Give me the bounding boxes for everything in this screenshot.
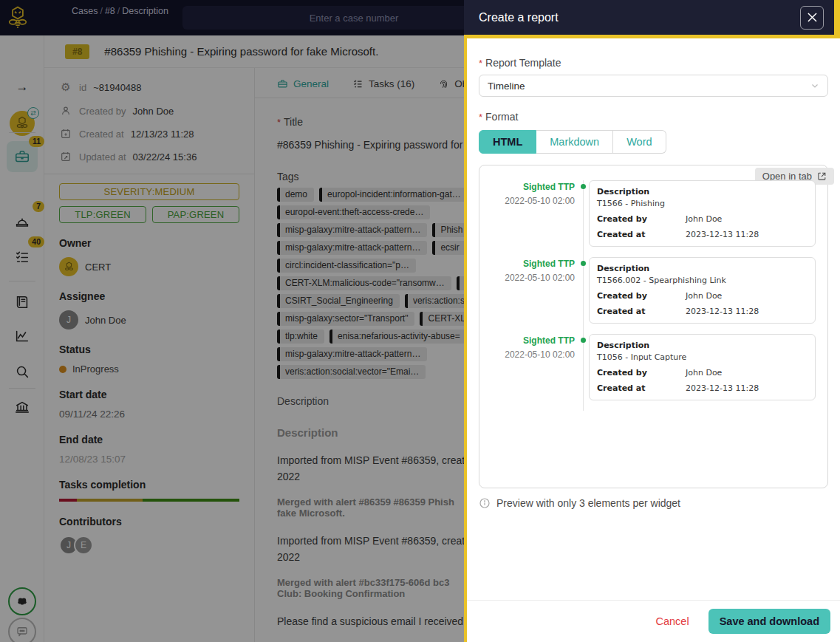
report-template-label: *Report Template — [479, 57, 828, 69]
timeline-entry-date: 2022-05-10 02:00 — [480, 273, 575, 283]
card-created-by-value: John Doe — [686, 368, 722, 378]
cancel-button[interactable]: Cancel — [656, 615, 689, 627]
card-created-at-label: Created at — [597, 230, 686, 239]
card-created-at-value: 2023-12-13 11:28 — [686, 230, 759, 239]
timeline-entry-card: DescriptionT1056 - Input CaptureCreated … — [589, 334, 816, 400]
drawer-header: Create a report — [464, 0, 834, 35]
card-created-at-row: Created at2023-12-13 11:28 — [597, 307, 807, 316]
drawer-title: Create a report — [479, 11, 559, 24]
timeline-entry-card-wrap: DescriptionT1566.002 - Spearphishing Lin… — [583, 257, 827, 334]
timeline-entry: Sighted TTP2022-05-10 02:00DescriptionT1… — [480, 257, 827, 334]
timeline-entry-date: 2022-05-10 02:00 — [480, 196, 575, 206]
format-html-button[interactable]: HTML — [479, 130, 536, 154]
format-label: *Format — [479, 111, 828, 123]
timeline-entry-card-wrap: DescriptionT1566 - PhishingCreated byJoh… — [583, 180, 827, 257]
card-created-at-label: Created at — [597, 307, 686, 316]
report-preview-panel: Open in tab Sighted TTP2022-05-10 02:00D… — [479, 165, 828, 488]
timeline-entry-card-wrap: DescriptionT1056 - Input CaptureCreated … — [583, 334, 827, 411]
timeline-list: Sighted TTP2022-05-10 02:00DescriptionT1… — [480, 180, 827, 411]
card-created-at-row: Created at2023-12-13 11:28 — [597, 230, 807, 239]
drawer-body: *Report Template Timeline *Format HTMLMa… — [467, 38, 840, 600]
timeline-entry-type: Sighted TTP — [480, 259, 575, 269]
format-word-button[interactable]: Word — [613, 130, 666, 154]
timeline-entry-date: 2022-05-10 02:00 — [480, 349, 575, 360]
timeline-entry-meta: Sighted TTP2022-05-10 02:00 — [480, 180, 583, 257]
card-created-by-label: Created by — [597, 291, 686, 301]
card-description-value: T1566.002 - Spearphishing Link — [597, 276, 807, 285]
card-created-at-row: Created at2023-12-13 11:28 — [597, 383, 807, 393]
timeline-entry-card: DescriptionT1566.002 - Spearphishing Lin… — [589, 257, 816, 324]
drawer-footer: Cancel Save and download — [467, 600, 840, 642]
card-created-by-label: Created by — [597, 214, 686, 224]
info-icon — [479, 497, 491, 509]
card-created-by-value: John Doe — [686, 291, 722, 301]
card-created-at-value: 2023-12-13 11:28 — [686, 307, 759, 316]
create-report-drawer: Create a report *Report Template Timelin… — [464, 0, 840, 642]
preview-note: Preview with only 3 elements per widget — [479, 497, 828, 509]
report-template-select[interactable]: Timeline — [479, 75, 828, 97]
close-icon — [807, 13, 817, 22]
report-template-value: Timeline — [488, 81, 525, 92]
card-description-label: Description — [597, 187, 807, 197]
card-description-value: T1566 - Phishing — [597, 199, 807, 208]
timeline-entry-meta: Sighted TTP2022-05-10 02:00 — [480, 257, 583, 334]
timeline-entry: Sighted TTP2022-05-10 02:00DescriptionT1… — [480, 334, 827, 411]
card-created-at-label: Created at — [597, 383, 686, 393]
card-created-by-value: John Doe — [686, 214, 722, 224]
save-and-download-button[interactable]: Save and download — [708, 609, 830, 634]
close-button[interactable] — [800, 6, 824, 30]
card-created-by-row: Created byJohn Doe — [597, 291, 807, 301]
chevron-down-icon — [810, 81, 819, 90]
card-created-by-row: Created byJohn Doe — [597, 214, 807, 224]
card-description-value: T1056 - Input Capture — [597, 352, 807, 362]
format-markdown-button[interactable]: Markdown — [536, 130, 613, 154]
timeline-entry-meta: Sighted TTP2022-05-10 02:00 — [480, 334, 583, 411]
format-group: HTMLMarkdownWord — [479, 130, 666, 154]
timeline-entry-type: Sighted TTP — [480, 182, 575, 192]
card-created-by-row: Created byJohn Doe — [597, 368, 807, 378]
timeline-entry-card: DescriptionT1566 - PhishingCreated byJoh… — [589, 180, 816, 247]
card-description-label: Description — [597, 341, 807, 350]
card-created-by-label: Created by — [597, 368, 686, 378]
card-description-label: Description — [597, 264, 807, 273]
timeline-entry-type: Sighted TTP — [480, 335, 575, 346]
timeline-entry: Sighted TTP2022-05-10 02:00DescriptionT1… — [480, 180, 827, 257]
card-created-at-value: 2023-12-13 11:28 — [686, 383, 759, 393]
